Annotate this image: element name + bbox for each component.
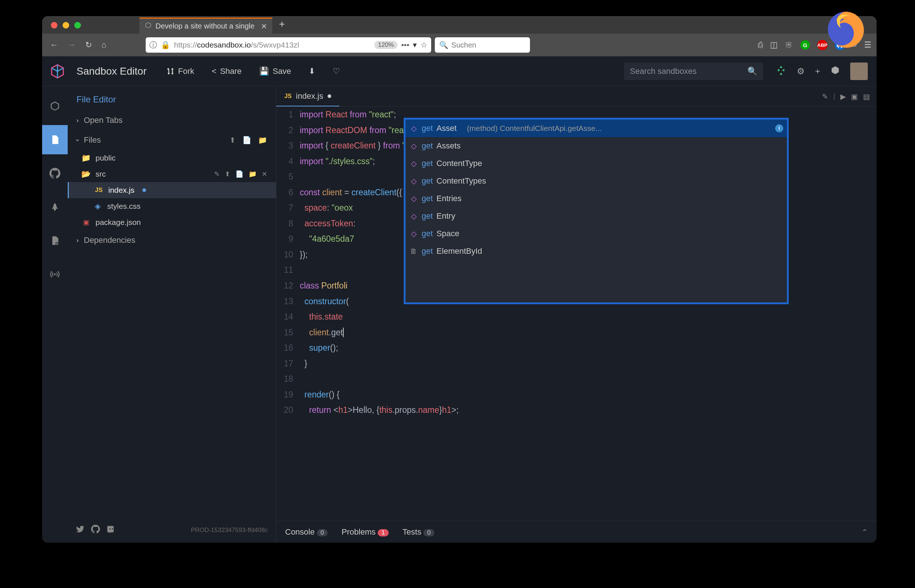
new-file-icon[interactable]: 📄 (242, 136, 251, 144)
discord-icon[interactable] (107, 524, 116, 536)
editor-tab-index[interactable]: JS index.js (276, 86, 339, 107)
settings-icon[interactable]: ⚙ (797, 66, 805, 76)
integrations-icon[interactable] (776, 65, 787, 78)
code-line[interactable]: 14 this.state (276, 309, 876, 325)
edit-action-icon[interactable]: ✎ (822, 92, 828, 101)
browser-tab[interactable]: Develop a site without a single ✕ (139, 18, 272, 34)
autocomplete-item[interactable]: ◇getSpace (405, 225, 787, 242)
file-index-label: index.js (109, 186, 134, 195)
sandbox-search[interactable]: Search sandboxes 🔍 (624, 63, 763, 80)
code-line[interactable]: 19 render() { (276, 387, 876, 402)
upload-icon[interactable]: ⬆ (225, 170, 230, 178)
back-button[interactable]: ← (47, 38, 61, 52)
folder-public[interactable]: 📁 public (68, 150, 276, 166)
maximize-window-button[interactable] (74, 22, 81, 29)
delete-icon[interactable]: ✕ (262, 170, 267, 178)
terminal-icon[interactable]: ▣ (851, 92, 858, 101)
browser-tabbar: Develop a site without a single ✕ + (42, 16, 876, 34)
tab-close-icon[interactable]: ✕ (261, 22, 267, 31)
upload-icon[interactable]: ⬆ (230, 136, 236, 144)
user-avatar[interactable] (850, 63, 868, 80)
code-line[interactable]: 20 return <h1>Hello, {this.props.name}h1… (276, 402, 876, 418)
new-file-icon[interactable]: 📄 (235, 170, 243, 178)
new-sandbox-icon[interactable]: + (815, 66, 820, 76)
browser-search-bar[interactable]: 🔍 Suchen (435, 37, 530, 53)
file-package-json[interactable]: ▣ package.json (68, 214, 276, 230)
save-button[interactable]: 💾 Save (255, 65, 295, 78)
open-tabs-section[interactable]: › Open Tabs (68, 110, 276, 130)
grammarly-icon[interactable]: G (800, 40, 810, 50)
rail-config[interactable] (42, 226, 68, 255)
file-styles-css[interactable]: ◈ styles.css (68, 198, 276, 214)
suggestion-kind-icon: 🗎 (409, 245, 418, 258)
autocomplete-item[interactable]: ◇getAsset(method) ContentfulClientApi.ge… (405, 120, 787, 137)
preview-icon[interactable]: ▶ (841, 92, 846, 101)
file-index-js[interactable]: JS index.js (68, 182, 276, 198)
files-section[interactable]: › Files ⬆ 📄 📁 (68, 130, 276, 150)
reload-button[interactable]: ↻ (83, 38, 95, 52)
layout-icon[interactable]: ▤ (863, 92, 870, 101)
rail-deploy[interactable] (42, 192, 68, 221)
new-folder-icon[interactable]: 📁 (248, 170, 257, 178)
share-button[interactable]: < Share (207, 65, 246, 78)
console-tab[interactable]: Console 0 (285, 527, 327, 537)
home-button[interactable]: ⌂ (99, 38, 109, 52)
github-icon[interactable] (91, 525, 100, 536)
download-button[interactable]: ⬇ (304, 65, 319, 78)
close-window-button[interactable] (51, 22, 57, 29)
folder-public-label: public (96, 153, 116, 162)
sidebar-title: File Editor (68, 86, 276, 110)
app-header: Sandbox Editor Fork < Share 💾 Save ⬇ ♡ S… (42, 56, 876, 86)
tests-tab[interactable]: Tests 0 (403, 527, 434, 537)
minimize-window-button[interactable] (63, 22, 69, 29)
file-sidebar: File Editor › Open Tabs › Files ⬆ 📄 📁 (68, 86, 276, 543)
like-button[interactable]: ♡ (328, 65, 344, 78)
new-tab-button[interactable]: + (272, 18, 292, 34)
autocomplete-item[interactable]: ◇getEntries (405, 190, 787, 207)
forward-button[interactable]: → (65, 38, 79, 52)
shield-icon[interactable]: ⛨ (785, 40, 793, 50)
sidebar-toggle-icon[interactable]: ◫ (770, 40, 778, 50)
code-line[interactable]: 17 } (276, 356, 876, 372)
bookmark-star-icon[interactable]: ☆ (421, 40, 428, 49)
code-line[interactable]: 16 super(); (276, 340, 876, 356)
suggestion-kind-icon: ◇ (409, 122, 418, 135)
site-info-icon[interactable]: ⓘ (149, 40, 157, 50)
new-folder-icon[interactable]: 📁 (258, 136, 267, 144)
fork-button[interactable]: Fork (162, 65, 198, 78)
app-title: Sandbox Editor (76, 65, 146, 77)
code-area[interactable]: 1import React from "react";2import React… (276, 107, 876, 521)
reader-mode-icon[interactable]: ▾ (413, 40, 417, 49)
cube-icon[interactable] (831, 65, 840, 77)
folder-src[interactable]: 📂 src ✎ ⬆ 📄 📁 ✕ (68, 166, 276, 182)
code-line[interactable]: 18 (276, 371, 876, 387)
code-line[interactable]: 15 client.get (276, 325, 876, 341)
autocomplete-item[interactable]: 🗎getElementById (405, 242, 787, 260)
url-protocol: https:// (174, 40, 197, 49)
address-bar[interactable]: ⓘ 🔒 https:// codesandbox.io /s/5wxvp413z… (146, 37, 431, 53)
codesandbox-logo[interactable] (47, 61, 68, 82)
rail-live[interactable] (42, 260, 68, 289)
chevron-right-icon: › (76, 237, 79, 244)
rail-explorer[interactable] (42, 91, 68, 121)
library-icon[interactable]: ⎙ (758, 40, 763, 50)
autocomplete-item[interactable]: ◇getAssets (405, 137, 787, 155)
folder-src-label: src (96, 170, 106, 178)
url-more-icon[interactable]: ••• (401, 40, 409, 49)
twitter-icon[interactable] (76, 525, 84, 536)
tab-title: Develop a site without a single (155, 22, 254, 30)
autocomplete-item[interactable]: ◇getEntry (405, 207, 787, 225)
problems-tab[interactable]: Problems 1 (342, 527, 389, 537)
autocomplete-item[interactable]: ◇getContentTypes (405, 172, 787, 190)
dependencies-section[interactable]: › Dependencies (68, 230, 276, 250)
zoom-badge[interactable]: 120% (374, 41, 397, 49)
save-label: Save (273, 66, 291, 76)
autocomplete-item[interactable]: ◇getContentType (405, 155, 787, 172)
info-icon[interactable]: i (775, 124, 783, 132)
expand-panel-icon[interactable]: ⌃ (862, 528, 868, 536)
edit-icon[interactable]: ✎ (214, 170, 220, 178)
lock-icon: 🔒 (161, 40, 170, 49)
rail-file-editor[interactable] (42, 125, 68, 154)
rail-github[interactable] (42, 159, 68, 188)
folder-open-icon: 📂 (82, 170, 91, 178)
